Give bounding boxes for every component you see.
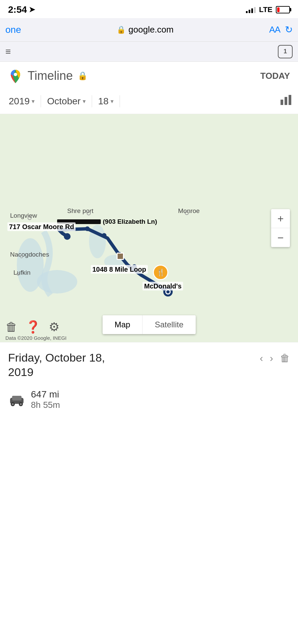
stats-time: 8h 55m — [31, 400, 60, 410]
svg-rect-3 — [289, 95, 291, 105]
timeline-left: Timeline 🔒 — [8, 68, 88, 83]
day-dropdown[interactable]: 18 ▾ — [95, 94, 117, 109]
map-type-buttons: Map Satellite — [102, 315, 196, 334]
oscar-moore-location: 717 Oscar Moore Rd — [7, 223, 76, 231]
svg-point-27 — [20, 403, 22, 405]
city-label-shreveport: Shre port — [67, 207, 93, 215]
date-separator-2 — [92, 95, 92, 107]
refresh-button[interactable]: ↻ — [285, 24, 293, 35]
signal-bars — [246, 6, 256, 13]
lte-label: LTE — [259, 5, 272, 14]
zoom-out-button[interactable]: − — [271, 228, 290, 247]
stop-marker-square — [117, 253, 124, 260]
battery-fill — [277, 7, 280, 12]
mcdonalds-location: McDonald's — [142, 282, 183, 290]
svg-point-16 — [64, 233, 71, 240]
help-tool-icon[interactable]: ❓ — [26, 320, 41, 334]
day-nav: Friday, October 18, 2019 ‹ › 🗑 — [8, 351, 290, 379]
svg-rect-23 — [12, 396, 22, 400]
map-container[interactable]: Longview Shre port Monroe Nacogdoches Lu… — [0, 114, 298, 342]
car-icon — [8, 391, 26, 409]
browser-url-container[interactable]: 🔒 google.com — [21, 24, 269, 35]
restaurant-marker: 🍴 — [153, 265, 168, 280]
status-time: 2:54 ➤ — [8, 4, 35, 15]
year-dropdown[interactable]: 2019 ▾ — [5, 94, 38, 109]
browser-bar: one 🔒 google.com AA ↻ — [0, 18, 298, 42]
map-type-map-button[interactable]: Map — [102, 315, 142, 334]
map-bottom-tools: 🗑 ❓ ⚙ — [5, 320, 59, 334]
stats-distance: 647 mi — [31, 389, 60, 400]
city-label-lufkin: Lufkin — [13, 269, 31, 276]
battery-body — [276, 6, 290, 13]
city-label-nacogdoches: Nacogdoches — [10, 251, 49, 258]
lock-icon: 🔒 — [117, 25, 126, 34]
location-arrow-icon: ➤ — [29, 5, 35, 14]
svg-rect-2 — [285, 97, 287, 105]
date-filter-bar: 2019 ▾ October ▾ 18 ▾ — [0, 89, 298, 114]
zoom-controls: + − — [271, 209, 290, 247]
date-separator-1 — [41, 95, 41, 107]
city-label-monroe: Monroe — [178, 207, 200, 215]
day-date: Friday, October 18, 2019 — [8, 351, 105, 379]
day-info-section: Friday, October 18, 2019 ‹ › 🗑 647 mi 8h… — [0, 342, 298, 421]
svg-point-0 — [14, 73, 17, 76]
delete-tool-icon[interactable]: 🗑 — [5, 320, 17, 334]
month-value: October — [47, 96, 81, 107]
fork-knife-icon: 🍴 — [157, 268, 165, 276]
status-bar: 2:54 ➤ LTE — [0, 0, 298, 18]
battery-indicator — [276, 6, 290, 13]
signal-bar-4 — [254, 7, 256, 13]
map-copyright: Data ©2020 Google, INEGI — [5, 335, 67, 341]
svg-point-10 — [102, 233, 107, 238]
chart-icon[interactable] — [279, 93, 293, 109]
svg-point-9 — [85, 226, 90, 231]
date-separator-3 — [120, 95, 120, 107]
oscar-moore-label: 717 Oscar Moore Rd — [7, 222, 76, 231]
month-dropdown-arrow: ▾ — [83, 98, 86, 105]
settings-tool-icon[interactable]: ⚙ — [49, 320, 59, 334]
zoom-in-button[interactable]: + — [271, 209, 290, 228]
time-display: 2:54 — [8, 4, 27, 15]
day-dropdown-arrow: ▾ — [111, 98, 114, 105]
stop-marker — [117, 253, 124, 260]
year-dropdown-arrow: ▾ — [32, 98, 35, 105]
url-text: google.com — [128, 24, 173, 35]
day-date-line1: Friday, October 18, — [8, 351, 105, 365]
city-label-longview: Longview — [10, 212, 37, 219]
mile-loop-location: 1048 8 Mile Loop — [91, 266, 148, 273]
next-day-button[interactable]: › — [270, 353, 273, 364]
year-value: 2019 — [9, 96, 30, 107]
redacted-address-label: (903 Elizabeth Ln) — [103, 218, 157, 225]
signal-bar-2 — [249, 10, 250, 13]
maps-logo-icon — [8, 68, 23, 83]
restaurant-marker-container: 🍴 — [153, 265, 168, 280]
aa-button[interactable]: AA — [269, 24, 280, 35]
browser-actions: AA ↻ — [269, 24, 293, 35]
timeline-header: Timeline 🔒 TODAY — [0, 62, 298, 89]
stats-info: 647 mi 8h 55m — [31, 389, 60, 410]
signal-bar-1 — [246, 11, 248, 13]
tab-count-box[interactable]: 1 — [278, 45, 293, 58]
mile-loop-label: 1048 8 Mile Loop — [91, 265, 148, 274]
svg-point-26 — [12, 403, 14, 405]
stats-row: 647 mi 8h 55m — [8, 389, 290, 416]
day-value: 18 — [98, 96, 109, 107]
map-type-satellite-button[interactable]: Satellite — [143, 315, 196, 334]
month-dropdown[interactable]: October ▾ — [44, 94, 89, 109]
timeline-title: Timeline — [28, 69, 73, 83]
svg-rect-1 — [281, 100, 283, 105]
status-right: LTE — [246, 5, 290, 14]
today-button[interactable]: TODAY — [260, 71, 290, 81]
browser-back-button[interactable]: one — [5, 24, 21, 35]
tab-count: 1 — [284, 48, 287, 55]
day-nav-controls: ‹ › 🗑 — [260, 351, 290, 364]
svg-point-15 — [166, 290, 170, 293]
prev-day-button[interactable]: ‹ — [260, 353, 263, 364]
day-date-line2: 2019 — [8, 365, 105, 379]
toolbar-row: ≡ 1 — [0, 42, 298, 62]
delete-day-button[interactable]: 🗑 — [280, 353, 290, 364]
timeline-lock-icon: 🔒 — [78, 71, 88, 80]
hamburger-menu[interactable]: ≡ — [5, 46, 11, 57]
mcdonalds-label: McDonald's — [142, 282, 183, 290]
signal-bar-3 — [251, 8, 253, 13]
